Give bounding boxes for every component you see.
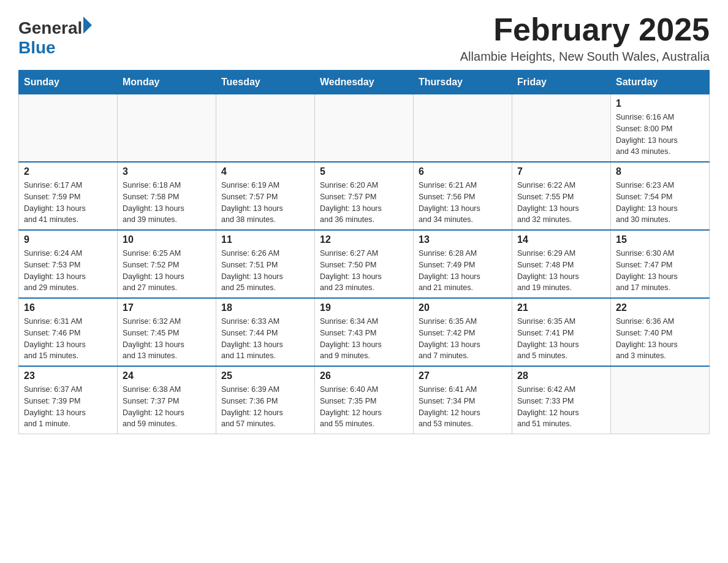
calendar-cell: 5Sunrise: 6:20 AMSunset: 7:57 PMDaylight… [315,162,414,230]
day-number: 21 [517,302,605,313]
header: General Blue February 2025 Allambie Heig… [18,12,710,64]
calendar-cell [414,94,512,163]
day-info: Sunrise: 6:27 AMSunset: 7:50 PMDaylight:… [320,248,408,294]
day-number: 3 [123,166,211,177]
calendar-table: SundayMondayTuesdayWednesdayThursdayFrid… [18,70,710,434]
day-info: Sunrise: 6:32 AMSunset: 7:45 PMDaylight:… [123,316,211,362]
calendar-cell: 15Sunrise: 6:30 AMSunset: 7:47 PMDayligh… [611,230,710,298]
day-info: Sunrise: 6:33 AMSunset: 7:44 PMDaylight:… [221,316,309,362]
calendar-cell [19,94,118,163]
calendar-header-sunday: Sunday [19,71,118,94]
calendar-header-monday: Monday [118,71,216,94]
calendar-cell: 3Sunrise: 6:18 AMSunset: 7:58 PMDaylight… [118,162,216,230]
calendar-week-row: 2Sunrise: 6:17 AMSunset: 7:59 PMDaylight… [19,162,710,230]
logo-arrow-icon [83,17,92,34]
calendar-cell [315,94,414,163]
day-info: Sunrise: 6:36 AMSunset: 7:40 PMDaylight:… [616,316,704,362]
calendar-cell: 6Sunrise: 6:21 AMSunset: 7:56 PMDaylight… [414,162,512,230]
calendar-week-row: 1Sunrise: 6:16 AMSunset: 8:00 PMDaylight… [19,94,710,163]
day-info: Sunrise: 6:41 AMSunset: 7:34 PMDaylight:… [419,384,507,430]
day-info: Sunrise: 6:19 AMSunset: 7:57 PMDaylight:… [221,180,309,226]
calendar-header-friday: Friday [512,71,611,94]
calendar-cell: 21Sunrise: 6:35 AMSunset: 7:41 PMDayligh… [512,298,611,366]
calendar-header-row: SundayMondayTuesdayWednesdayThursdayFrid… [19,71,710,94]
day-info: Sunrise: 6:35 AMSunset: 7:42 PMDaylight:… [419,316,507,362]
location-title: Allambie Heights, New South Wales, Austr… [460,50,710,64]
day-info: Sunrise: 6:38 AMSunset: 7:37 PMDaylight:… [123,384,211,430]
calendar-cell: 27Sunrise: 6:41 AMSunset: 7:34 PMDayligh… [414,366,512,434]
calendar-cell: 12Sunrise: 6:27 AMSunset: 7:50 PMDayligh… [315,230,414,298]
day-number: 22 [616,302,704,313]
logo-blue-text: Blue [18,38,92,58]
day-number: 26 [320,370,408,381]
day-number: 27 [419,370,507,381]
calendar-cell: 10Sunrise: 6:25 AMSunset: 7:52 PMDayligh… [118,230,216,298]
calendar-cell: 23Sunrise: 6:37 AMSunset: 7:39 PMDayligh… [19,366,118,434]
calendar-cell: 7Sunrise: 6:22 AMSunset: 7:55 PMDaylight… [512,162,611,230]
day-info: Sunrise: 6:28 AMSunset: 7:49 PMDaylight:… [419,248,507,294]
day-info: Sunrise: 6:29 AMSunset: 7:48 PMDaylight:… [517,248,605,294]
calendar-cell: 24Sunrise: 6:38 AMSunset: 7:37 PMDayligh… [118,366,216,434]
day-number: 28 [517,370,605,381]
calendar-week-row: 16Sunrise: 6:31 AMSunset: 7:46 PMDayligh… [19,298,710,366]
logo: General Blue [18,18,92,58]
calendar-cell: 14Sunrise: 6:29 AMSunset: 7:48 PMDayligh… [512,230,611,298]
calendar-week-row: 9Sunrise: 6:24 AMSunset: 7:53 PMDaylight… [19,230,710,298]
day-info: Sunrise: 6:42 AMSunset: 7:33 PMDaylight:… [517,384,605,430]
logo-general-text: General [18,18,82,38]
calendar-cell: 2Sunrise: 6:17 AMSunset: 7:59 PMDaylight… [19,162,118,230]
day-info: Sunrise: 6:34 AMSunset: 7:43 PMDaylight:… [320,316,408,362]
day-number: 13 [419,234,507,245]
calendar-cell: 16Sunrise: 6:31 AMSunset: 7:46 PMDayligh… [19,298,118,366]
day-number: 14 [517,234,605,245]
calendar-cell: 18Sunrise: 6:33 AMSunset: 7:44 PMDayligh… [216,298,315,366]
calendar-week-row: 23Sunrise: 6:37 AMSunset: 7:39 PMDayligh… [19,366,710,434]
day-info: Sunrise: 6:39 AMSunset: 7:36 PMDaylight:… [221,384,309,430]
calendar-cell: 1Sunrise: 6:16 AMSunset: 8:00 PMDaylight… [611,94,710,163]
day-number: 1 [616,98,704,109]
day-number: 18 [221,302,309,313]
day-info: Sunrise: 6:31 AMSunset: 7:46 PMDaylight:… [24,316,112,362]
day-info: Sunrise: 6:21 AMSunset: 7:56 PMDaylight:… [419,180,507,226]
day-info: Sunrise: 6:17 AMSunset: 7:59 PMDaylight:… [24,180,112,226]
calendar-cell: 20Sunrise: 6:35 AMSunset: 7:42 PMDayligh… [414,298,512,366]
day-number: 16 [24,302,112,313]
day-number: 15 [616,234,704,245]
day-info: Sunrise: 6:40 AMSunset: 7:35 PMDaylight:… [320,384,408,430]
day-number: 2 [24,166,112,177]
day-info: Sunrise: 6:35 AMSunset: 7:41 PMDaylight:… [517,316,605,362]
day-number: 20 [419,302,507,313]
title-area: February 2025 Allambie Heights, New Sout… [460,12,710,64]
calendar-cell: 19Sunrise: 6:34 AMSunset: 7:43 PMDayligh… [315,298,414,366]
calendar-cell [512,94,611,163]
calendar-cell: 13Sunrise: 6:28 AMSunset: 7:49 PMDayligh… [414,230,512,298]
calendar-header-thursday: Thursday [414,71,512,94]
calendar-cell [611,366,710,434]
day-number: 10 [123,234,211,245]
day-number: 19 [320,302,408,313]
calendar-header-saturday: Saturday [611,71,710,94]
calendar-header-wednesday: Wednesday [315,71,414,94]
day-info: Sunrise: 6:20 AMSunset: 7:57 PMDaylight:… [320,180,408,226]
calendar-cell: 17Sunrise: 6:32 AMSunset: 7:45 PMDayligh… [118,298,216,366]
calendar-cell [216,94,315,163]
day-number: 12 [320,234,408,245]
calendar-cell: 22Sunrise: 6:36 AMSunset: 7:40 PMDayligh… [611,298,710,366]
calendar-cell: 8Sunrise: 6:23 AMSunset: 7:54 PMDaylight… [611,162,710,230]
day-number: 6 [419,166,507,177]
day-info: Sunrise: 6:25 AMSunset: 7:52 PMDaylight:… [123,248,211,294]
day-info: Sunrise: 6:22 AMSunset: 7:55 PMDaylight:… [517,180,605,226]
calendar-cell: 25Sunrise: 6:39 AMSunset: 7:36 PMDayligh… [216,366,315,434]
day-number: 4 [221,166,309,177]
calendar-cell: 26Sunrise: 6:40 AMSunset: 7:35 PMDayligh… [315,366,414,434]
day-number: 5 [320,166,408,177]
day-number: 25 [221,370,309,381]
calendar-cell: 9Sunrise: 6:24 AMSunset: 7:53 PMDaylight… [19,230,118,298]
day-info: Sunrise: 6:18 AMSunset: 7:58 PMDaylight:… [123,180,211,226]
day-info: Sunrise: 6:24 AMSunset: 7:53 PMDaylight:… [24,248,112,294]
calendar-cell: 4Sunrise: 6:19 AMSunset: 7:57 PMDaylight… [216,162,315,230]
day-number: 9 [24,234,112,245]
day-info: Sunrise: 6:37 AMSunset: 7:39 PMDaylight:… [24,384,112,430]
calendar-cell: 11Sunrise: 6:26 AMSunset: 7:51 PMDayligh… [216,230,315,298]
month-title: February 2025 [460,12,710,47]
